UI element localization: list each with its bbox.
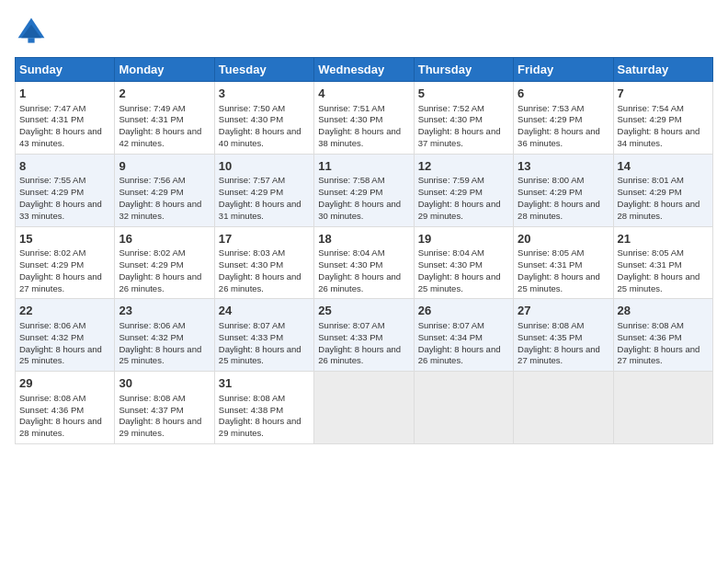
sunrise: Sunrise: 8:01 AM xyxy=(618,175,684,185)
col-header-wednesday: Wednesday xyxy=(314,58,414,82)
day-number: 22 xyxy=(19,303,110,319)
calendar-cell: 12Sunrise: 7:59 AMSunset: 4:29 PMDayligh… xyxy=(414,154,513,226)
day-number: 4 xyxy=(318,86,409,102)
day-number: 31 xyxy=(219,375,310,392)
sunrise: Sunrise: 8:04 AM xyxy=(318,247,384,258)
day-number: 24 xyxy=(219,303,310,319)
day-number: 9 xyxy=(119,158,210,175)
week-row-4: 22Sunrise: 8:06 AMSunset: 4:32 PMDayligh… xyxy=(16,299,713,372)
sunrise: Sunrise: 8:07 AM xyxy=(219,320,285,330)
sunset: Sunset: 4:29 PM xyxy=(518,114,582,124)
sunset: Sunset: 4:29 PM xyxy=(418,187,483,197)
sunrise: Sunrise: 8:05 AM xyxy=(618,247,684,258)
daylight: Daylight: 8 hours and 43 minutes. xyxy=(19,126,102,148)
daylight: Daylight: 8 hours and 26 minutes. xyxy=(219,271,301,293)
daylight: Daylight: 8 hours and 36 minutes. xyxy=(518,126,600,148)
calendar-cell xyxy=(613,372,712,444)
day-number: 26 xyxy=(418,303,509,319)
calendar-cell: 17Sunrise: 8:03 AMSunset: 4:30 PMDayligh… xyxy=(214,226,313,299)
day-number: 18 xyxy=(318,231,409,247)
calendar-cell: 25Sunrise: 8:07 AMSunset: 4:33 PMDayligh… xyxy=(314,299,414,372)
day-number: 15 xyxy=(19,231,110,247)
day-number: 14 xyxy=(618,158,709,175)
daylight: Daylight: 8 hours and 27 minutes. xyxy=(618,344,700,366)
calendar-cell: 16Sunrise: 8:02 AMSunset: 4:29 PMDayligh… xyxy=(115,226,214,299)
sunset: Sunset: 4:31 PM xyxy=(119,114,183,124)
day-number: 7 xyxy=(618,86,709,102)
sunset: Sunset: 4:29 PM xyxy=(19,259,84,270)
day-number: 28 xyxy=(618,303,709,319)
day-number: 30 xyxy=(119,375,210,392)
daylight: Daylight: 8 hours and 29 minutes. xyxy=(219,416,301,438)
sunset: Sunset: 4:37 PM xyxy=(119,405,183,415)
calendar-cell: 24Sunrise: 8:07 AMSunset: 4:33 PMDayligh… xyxy=(214,299,313,372)
sunrise: Sunrise: 7:54 AM xyxy=(618,103,684,113)
logo xyxy=(15,15,51,48)
sunset: Sunset: 4:30 PM xyxy=(318,114,382,124)
daylight: Daylight: 8 hours and 38 minutes. xyxy=(318,126,401,148)
calendar-cell: 15Sunrise: 8:02 AMSunset: 4:29 PMDayligh… xyxy=(16,226,115,299)
day-number: 3 xyxy=(219,86,310,102)
sunset: Sunset: 4:30 PM xyxy=(418,114,483,124)
sunrise: Sunrise: 8:08 AM xyxy=(618,320,684,330)
daylight: Daylight: 8 hours and 28 minutes. xyxy=(19,416,102,438)
col-header-sunday: Sunday xyxy=(16,58,115,82)
day-number: 27 xyxy=(518,303,609,319)
calendar-cell: 3Sunrise: 7:50 AMSunset: 4:30 PMDaylight… xyxy=(214,82,313,155)
sunrise: Sunrise: 7:53 AM xyxy=(518,103,584,113)
sunrise: Sunrise: 8:07 AM xyxy=(418,320,484,330)
daylight: Daylight: 8 hours and 26 minutes. xyxy=(418,344,501,366)
daylight: Daylight: 8 hours and 29 minutes. xyxy=(418,199,501,221)
day-number: 17 xyxy=(219,231,310,247)
day-number: 29 xyxy=(19,375,110,392)
calendar-cell: 10Sunrise: 7:57 AMSunset: 4:29 PMDayligh… xyxy=(214,154,313,226)
sunset: Sunset: 4:32 PM xyxy=(119,332,183,342)
calendar-cell: 21Sunrise: 8:05 AMSunset: 4:31 PMDayligh… xyxy=(613,226,712,299)
week-row-5: 29Sunrise: 8:08 AMSunset: 4:36 PMDayligh… xyxy=(16,372,713,444)
day-number: 20 xyxy=(518,231,609,247)
daylight: Daylight: 8 hours and 42 minutes. xyxy=(119,126,201,148)
sunrise: Sunrise: 7:58 AM xyxy=(318,175,384,185)
calendar-cell: 23Sunrise: 8:06 AMSunset: 4:32 PMDayligh… xyxy=(115,299,214,372)
sunrise: Sunrise: 8:08 AM xyxy=(518,320,584,330)
sunrise: Sunrise: 7:56 AM xyxy=(119,175,185,185)
sunset: Sunset: 4:29 PM xyxy=(119,187,183,197)
logo-icon xyxy=(15,15,48,48)
sunset: Sunset: 4:33 PM xyxy=(318,332,382,342)
sunrise: Sunrise: 7:57 AM xyxy=(219,175,285,185)
daylight: Daylight: 8 hours and 31 minutes. xyxy=(219,199,301,221)
day-number: 5 xyxy=(418,86,509,102)
sunset: Sunset: 4:29 PM xyxy=(19,187,84,197)
sunset: Sunset: 4:29 PM xyxy=(518,187,582,197)
daylight: Daylight: 8 hours and 29 minutes. xyxy=(119,416,201,438)
sunrise: Sunrise: 8:03 AM xyxy=(219,247,285,258)
sunrise: Sunrise: 8:05 AM xyxy=(518,247,584,258)
week-row-3: 15Sunrise: 8:02 AMSunset: 4:29 PMDayligh… xyxy=(16,226,713,299)
calendar-cell xyxy=(414,372,513,444)
day-number: 13 xyxy=(518,158,609,175)
col-header-tuesday: Tuesday xyxy=(214,58,313,82)
calendar-cell: 26Sunrise: 8:07 AMSunset: 4:34 PMDayligh… xyxy=(414,299,513,372)
sunset: Sunset: 4:38 PM xyxy=(219,405,283,415)
sunset: Sunset: 4:29 PM xyxy=(318,187,382,197)
daylight: Daylight: 8 hours and 27 minutes. xyxy=(518,344,600,366)
daylight: Daylight: 8 hours and 26 minutes. xyxy=(119,271,201,293)
sunrise: Sunrise: 7:52 AM xyxy=(418,103,484,113)
calendar-cell: 1Sunrise: 7:47 AMSunset: 4:31 PMDaylight… xyxy=(16,82,115,155)
calendar-cell: 27Sunrise: 8:08 AMSunset: 4:35 PMDayligh… xyxy=(514,299,613,372)
calendar-cell: 2Sunrise: 7:49 AMSunset: 4:31 PMDaylight… xyxy=(115,82,214,155)
calendar-cell: 20Sunrise: 8:05 AMSunset: 4:31 PMDayligh… xyxy=(514,226,613,299)
sunset: Sunset: 4:34 PM xyxy=(418,332,483,342)
day-number: 1 xyxy=(19,86,110,102)
sunrise: Sunrise: 7:47 AM xyxy=(19,103,85,113)
calendar-cell: 31Sunrise: 8:08 AMSunset: 4:38 PMDayligh… xyxy=(214,372,313,444)
daylight: Daylight: 8 hours and 30 minutes. xyxy=(318,199,401,221)
calendar-cell: 8Sunrise: 7:55 AMSunset: 4:29 PMDaylight… xyxy=(16,154,115,226)
calendar-table: SundayMondayTuesdayWednesdayThursdayFrid… xyxy=(15,57,713,444)
day-number: 11 xyxy=(318,158,409,175)
sunrise: Sunrise: 7:51 AM xyxy=(318,103,384,113)
sunset: Sunset: 4:30 PM xyxy=(219,259,283,270)
sunrise: Sunrise: 8:08 AM xyxy=(19,393,85,403)
sunset: Sunset: 4:35 PM xyxy=(518,332,582,342)
calendar-cell: 7Sunrise: 7:54 AMSunset: 4:29 PMDaylight… xyxy=(613,82,712,155)
